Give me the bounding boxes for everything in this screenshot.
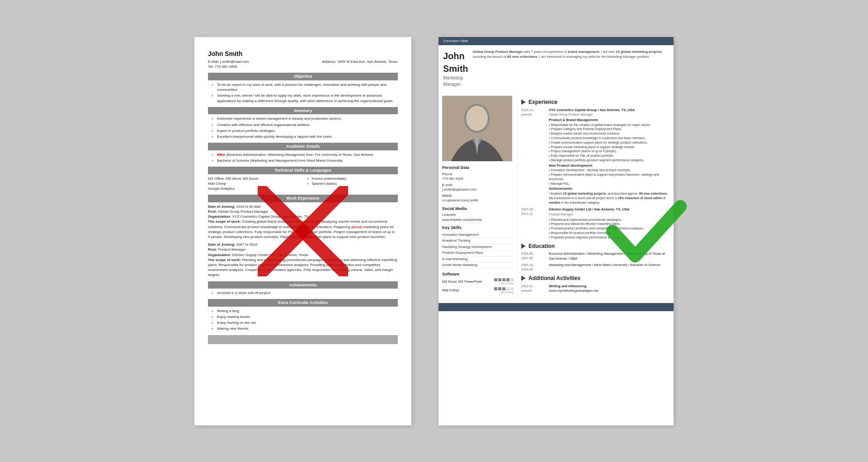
bar-dot <box>494 278 497 281</box>
www-value: cv.uptowork.com/j.smith <box>442 198 514 203</box>
left-resume: John Smith E-Mail: j.smith@mail.com Tel:… <box>194 37 411 425</box>
edu-details-2: Marketing and Management / West Miami Un… <box>549 263 660 272</box>
education-title: Education <box>528 243 555 250</box>
left-obj-bullet-1: To be an expert in my area of work, with… <box>217 82 398 92</box>
bar-label-1: Very Good <box>501 281 514 285</box>
skill-item: Portfolio Deployment Plans <box>442 250 514 257</box>
bar-dot <box>502 287 505 290</box>
list-item: Creative with effective and efficient or… <box>217 122 398 127</box>
left-achievements-header: Achievements <box>208 281 398 289</box>
left-extra-header: Extra Curricular Activities <box>208 299 398 307</box>
work-post-2: Post: Product Manager <box>208 247 398 252</box>
exp-company-1: XYZ Cosmetics Capital Group / San Antoni… <box>549 108 670 113</box>
experience-arrow-icon <box>521 99 526 105</box>
right-bottom-bar <box>439 303 674 311</box>
right-header-desc: Global Group Product Manager with 7 year… <box>473 50 669 88</box>
left-address: Address: 1905 W East Ave, San Antonio, T… <box>322 59 398 69</box>
right-top-bar: Curriculum Vitae <box>439 37 674 46</box>
exp-bullet: • Responsible for the creation of global… <box>549 123 670 127</box>
add-title-1: Writing and Influencing <box>549 284 599 289</box>
software-bar-2: Very Good <box>494 287 514 294</box>
left-objective-header: Objective <box>208 73 398 80</box>
bar-dot <box>502 278 505 281</box>
left-academic-list: MBA (Business Administration, Marketing … <box>208 152 398 163</box>
bar-dot <box>506 278 509 281</box>
skill-col-left: MS Office: MS Word, MS Excel Mail Chimp … <box>208 176 298 191</box>
phone-label: Phone <box>442 172 514 177</box>
bar-dot <box>510 278 514 281</box>
www-label: WWW <box>442 194 514 199</box>
work-org-2: Organization: Kitchen Supply Center Ltd.… <box>208 252 398 257</box>
exp-bullet: • Manage P&L. <box>549 182 670 186</box>
left-obj-bullet-2: Seeking a role, where I will be able to … <box>217 93 398 103</box>
edu-details-1: Business Administration / Marketing Mana… <box>549 252 670 261</box>
key-skills-title: Key Skills <box>442 225 514 231</box>
right-name-area: John Smith Marketing Manager <box>443 50 468 88</box>
list-item: Mail Chimp <box>208 181 298 186</box>
work-scope-2: The scope of work: Planning and implemen… <box>208 257 398 278</box>
left-technical-header: Technical Skills & Languages <box>208 167 398 174</box>
additional-title: Additional Activities <box>528 275 580 282</box>
right-right-col: Experience 2010-12 -present XYZ Cosmetic… <box>518 92 674 299</box>
exp-company-2: Kitchen Supply Center Ltd / San Antonio,… <box>549 207 670 212</box>
exp-sub-2: New Product Development: <box>549 163 670 168</box>
list-item: Google Analytics <box>208 186 298 191</box>
bar-row-2 <box>494 287 514 290</box>
edu-dates-1: 2005-09 -2007-05 <box>521 252 546 261</box>
exp-bullet: • Innovation development - develop new p… <box>549 168 670 173</box>
skill-item: Marketing Strategy Development <box>442 244 514 251</box>
exp-entry-2: 2007-09 -2010-11 Kitchen Supply Center L… <box>521 207 670 239</box>
svg-point-4 <box>466 106 488 131</box>
exp-sub-3: Achievements: <box>549 187 670 191</box>
experience-title: Experience <box>528 98 557 106</box>
list-item: Expert in product portfolio strategies. <box>217 128 398 133</box>
exp-bullet: • Planned and implemented promotional ca… <box>549 218 670 222</box>
add-entry-1: 2012-01 -present Writing and Influencing… <box>521 284 670 294</box>
bar-dot <box>494 287 497 290</box>
education-section-header: Education <box>521 243 670 250</box>
left-objective-list: To be an expert in my area of work, with… <box>208 82 398 103</box>
left-academic-header: Academic Details <box>208 143 398 150</box>
left-extra-list: Writing a blog. Enjoy reading books. Enj… <box>208 308 398 331</box>
list-item: • French (intermediate) <box>307 176 398 181</box>
list-item: Bachelor of Science (Marketing and Manag… <box>217 158 398 163</box>
exp-entry-1: 2010-12 -present XYZ Cosmetics Capital G… <box>521 108 670 205</box>
software-name-2: Mail Chimp <box>442 288 459 293</box>
linkedin-value: www.linkedin.com/johnutw <box>442 218 514 223</box>
list-item: MBA (Business Administration, Marketing … <box>217 152 398 157</box>
left-name: John Smith <box>208 50 398 59</box>
edu-entry-1: 2005-09 -2007-05 Business Administration… <box>521 252 670 261</box>
exp-bullet: • Fully responsible for P&L of product p… <box>549 154 670 158</box>
list-item: Involved in a stock sell-off project. <box>217 290 398 295</box>
list-item: Enjoy Surfing on the net. <box>217 320 398 325</box>
software-name-1: MS Excel, MS PowerPoint <box>442 280 482 285</box>
cv-label: Curriculum Vitae <box>443 39 468 43</box>
email-label: E-mail <box>442 183 514 188</box>
list-item: Making new friends. <box>217 326 398 331</box>
list-item: Excellent interpersonal skills quickly d… <box>217 134 398 139</box>
bar-dot <box>498 287 501 290</box>
bar-dot <box>510 287 514 290</box>
bar-dot <box>506 287 509 290</box>
list-item: Extensive experience in brand management… <box>217 116 398 121</box>
left-contact: E-Mail: j.smith@mail.com Tel: 774-987-40… <box>208 59 398 69</box>
bar-row-1 <box>494 278 514 281</box>
left-skills-grid: MS Office: MS Word, MS Excel Mail Chimp … <box>208 176 398 191</box>
exp-bullet: • Provided product portfolios and compet… <box>549 226 670 231</box>
left-email: E-Mail: j.smith@mail.com <box>208 59 249 64</box>
exp-bullet: • Communicate product knowledge to custo… <box>549 136 670 140</box>
main-container: John Smith E-Mail: j.smith@mail.com Tel:… <box>0 0 868 462</box>
add-url-1: www.mymarketingcampaigns.me <box>549 289 599 294</box>
exp-bullet: • Prepared product segment performance a… <box>549 235 670 240</box>
software-bar-1: Very Good <box>494 278 514 285</box>
exp-role-2: Product Manager <box>549 212 670 217</box>
email-value: j.smith@uptowork.com <box>442 187 514 192</box>
skill-item: Innovation Management <box>442 232 514 238</box>
software-item-2: Mail Chimp Very Good <box>442 287 514 294</box>
bar-dot <box>498 278 501 281</box>
list-item: • Spanish (basic) <box>307 181 398 186</box>
exp-bullet: • Create communication support plans for… <box>549 140 670 145</box>
linkedin-label: LinkedIn <box>442 213 514 218</box>
exp-bullet: • Analyze market trends and recommend so… <box>549 131 670 136</box>
skill-item: Social Media Marketing <box>442 262 514 269</box>
